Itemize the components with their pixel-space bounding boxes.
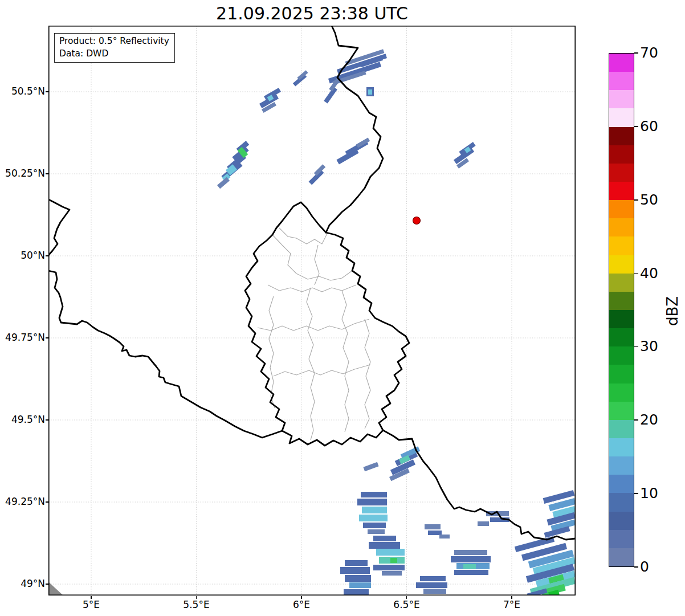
colorbar-segment: [609, 292, 634, 310]
colorbar-segment: [609, 164, 634, 182]
lat-tick-mark: [46, 501, 48, 503]
radar-echo: [428, 531, 442, 535]
radar-echo: [439, 535, 450, 539]
radar-echo: [369, 542, 400, 549]
radar-echo: [368, 529, 385, 534]
radar-echo: [345, 575, 371, 582]
colorbar-segment: [609, 512, 634, 530]
lat-tick-label: 50°N: [0, 250, 45, 261]
colorbar-tick-label: 30: [640, 338, 658, 354]
colorbar-axis-label: dBZ: [664, 285, 681, 337]
product-info-box: Product: 0.5° Reflectivity Data: DWD: [54, 33, 175, 63]
lon-tick-mark: [196, 596, 197, 599]
colorbar-tick-mark: [634, 199, 638, 201]
colorbar-segment: [609, 384, 634, 402]
radar-echo: [423, 589, 446, 594]
colorbar-tick-mark: [634, 52, 638, 54]
lon-tick-label: 5°E: [66, 599, 117, 610]
colorbar-segment: [609, 310, 634, 328]
radar-echo: [478, 521, 489, 526]
colorbar-segment: [609, 90, 634, 108]
lon-tick-mark: [301, 596, 302, 599]
radar-echo: [373, 565, 405, 570]
colorbar-segment: [609, 274, 634, 292]
radar-echo: [359, 515, 388, 521]
lat-tick-mark: [46, 173, 48, 174]
colorbar-segment: [609, 530, 634, 548]
radar-echo: [382, 571, 402, 576]
radar-echo: [340, 567, 370, 574]
colorbar-segment: [609, 493, 634, 511]
radar-map: [48, 26, 576, 595]
radar-echo: [357, 499, 387, 505]
colorbar-segment: [609, 200, 634, 218]
colorbar-tick-mark: [634, 493, 638, 494]
colorbar-tick-mark: [634, 273, 638, 274]
colorbar-tick-label: 40: [640, 266, 658, 282]
lat-tick-mark: [46, 337, 48, 338]
radar-echo: [368, 89, 372, 95]
map-background: [48, 26, 576, 595]
radar-site-marker: [413, 217, 421, 225]
lon-tick-mark: [406, 596, 407, 599]
colorbar-tick-label: 70: [640, 45, 658, 61]
data-source-line: Data: DWD: [59, 48, 169, 60]
colorbar-segment: [609, 456, 634, 475]
radar-echo: [451, 556, 491, 562]
colorbar-tick-label: 0: [640, 559, 649, 575]
colorbar-tick-mark: [634, 126, 638, 127]
colorbar-segment: [609, 72, 634, 90]
radar-echo: [390, 558, 397, 563]
colorbar-segment: [609, 365, 634, 383]
colorbar-tick-label: 10: [640, 486, 658, 501]
colorbar-segment: [609, 438, 634, 456]
colorbar-tick-mark: [634, 419, 638, 421]
colorbar-segment: [609, 475, 634, 493]
colorbar-tick-mark: [634, 346, 638, 348]
colorbar-segment: [609, 346, 634, 365]
timestamp-title: 21.09.2025 23:38 UTC: [48, 3, 576, 23]
lat-tick-label: 50.25°N: [0, 168, 45, 179]
colorbar-segment: [609, 182, 634, 200]
colorbar-segment: [609, 54, 634, 72]
radar-echo: [416, 582, 447, 588]
radar-echo: [376, 549, 405, 556]
lon-tick-label: 7°E: [486, 599, 537, 610]
radar-echo: [454, 570, 488, 575]
colorbar-segment: [609, 145, 634, 164]
radar-echo: [361, 492, 387, 497]
lat-tick-label: 49°N: [0, 578, 45, 589]
lon-tick-label: 5.5°E: [171, 599, 222, 610]
lat-tick-mark: [46, 419, 48, 421]
radar-echo: [344, 589, 369, 595]
colorbar-segment: [609, 127, 634, 145]
radar-echo: [362, 507, 387, 513]
reflectivity-colorbar: [609, 53, 634, 567]
colorbar-tick-mark: [634, 566, 638, 568]
radar-figure: 21.09.2025 23:38 UTC Product: 0.5° Refle…: [0, 0, 685, 616]
colorbar-segment: [609, 402, 634, 420]
radar-echo: [363, 523, 386, 528]
radar-echo: [425, 524, 441, 529]
lat-tick-label: 49.5°N: [0, 414, 45, 425]
lat-tick-label: 50.5°N: [0, 85, 45, 97]
colorbar-tick-label: 50: [640, 192, 658, 208]
map-canvas: [48, 26, 576, 595]
lat-tick-label: 49.75°N: [0, 332, 45, 343]
colorbar-segment: [609, 328, 634, 346]
colorbar-segment: [609, 255, 634, 274]
lon-tick-mark: [91, 596, 92, 599]
radar-echo: [349, 582, 371, 588]
lon-tick-mark: [511, 596, 512, 599]
product-line: Product: 0.5° Reflectivity: [59, 35, 169, 48]
colorbar-tick-label: 60: [640, 119, 658, 134]
lat-tick-mark: [46, 584, 48, 585]
radar-echo: [345, 560, 368, 566]
colorbar-segment: [609, 108, 634, 127]
lon-tick-label: 6°E: [276, 599, 327, 610]
radar-echo: [463, 564, 476, 569]
colorbar-segment: [609, 236, 634, 255]
colorbar-segment: [609, 420, 634, 438]
lat-tick-mark: [46, 255, 48, 256]
colorbar-segment: [609, 218, 634, 236]
